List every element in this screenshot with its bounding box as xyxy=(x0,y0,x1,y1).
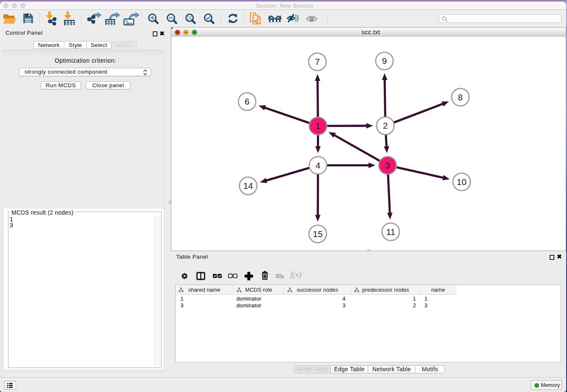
svg-text:10: 10 xyxy=(457,177,467,187)
svg-text:9: 9 xyxy=(382,56,387,66)
svg-text:14: 14 xyxy=(243,181,253,190)
svg-text:7: 7 xyxy=(315,57,319,66)
svg-text:11: 11 xyxy=(386,227,395,237)
svg-text:1: 1 xyxy=(316,121,320,131)
svg-text:6: 6 xyxy=(245,97,249,106)
svg-text:8: 8 xyxy=(458,92,462,102)
svg-text:15: 15 xyxy=(313,229,322,239)
svg-text:4: 4 xyxy=(316,160,320,170)
svg-text:3: 3 xyxy=(385,160,390,170)
svg-text:2: 2 xyxy=(383,121,388,130)
